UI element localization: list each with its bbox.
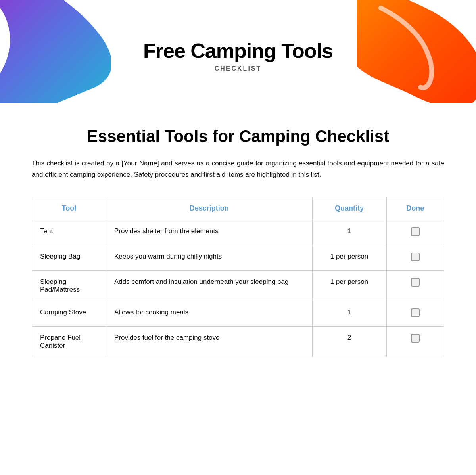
checkbox[interactable] (411, 308, 420, 317)
header-row: Tool Description Quantity Done (32, 197, 444, 220)
cell-quantity: 1 per person (312, 245, 386, 270)
checkbox[interactable] (411, 278, 420, 287)
cell-done[interactable] (386, 220, 444, 245)
left-blob-decoration (0, 0, 111, 103)
table-row: Tent Provides shelter from the elements … (32, 220, 444, 245)
cell-description: Adds comfort and insulation underneath y… (106, 270, 313, 301)
table-row: Sleeping Bag Keeps you warm during chill… (32, 245, 444, 270)
col-header-done: Done (386, 197, 444, 220)
table-row: Propane Fuel Canister Provides fuel for … (32, 326, 444, 357)
checkbox[interactable] (411, 227, 420, 236)
checkbox[interactable] (411, 253, 420, 261)
main-content: Essential Tools for Camping Checklist Th… (0, 111, 476, 381)
table-row: Camping Stove Allows for cooking meals 1 (32, 301, 444, 326)
cell-description: Keeps you warm during chilly nights (106, 245, 313, 270)
header: Free Camping Tools CHECKLIST (0, 0, 476, 111)
cell-quantity: 1 (312, 220, 386, 245)
cell-tool: Propane Fuel Canister (32, 326, 106, 357)
header-title: Free Camping Tools (143, 39, 333, 63)
cell-quantity: 1 per person (312, 270, 386, 301)
cell-tool: Camping Stove (32, 301, 106, 326)
cell-done[interactable] (386, 270, 444, 301)
checklist-table: Tool Description Quantity Done Tent Prov… (32, 197, 444, 357)
cell-quantity: 2 (312, 326, 386, 357)
cell-description: Provides fuel for the camping stove (106, 326, 313, 357)
col-header-tool: Tool (32, 197, 106, 220)
cell-done[interactable] (386, 245, 444, 270)
header-subtitle: CHECKLIST (215, 65, 262, 72)
col-header-quantity: Quantity (312, 197, 386, 220)
cell-tool: Tent (32, 220, 106, 245)
table-row: Sleeping Pad/Mattress Adds comfort and i… (32, 270, 444, 301)
table-body: Tent Provides shelter from the elements … (32, 220, 444, 357)
cell-done[interactable] (386, 301, 444, 326)
intro-paragraph: This checklist is created by a [Your Nam… (32, 158, 444, 181)
col-header-description: Description (106, 197, 313, 220)
cell-description: Provides shelter from the elements (106, 220, 313, 245)
checkbox[interactable] (411, 334, 420, 343)
right-blob-decoration (357, 0, 476, 103)
cell-tool: Sleeping Bag (32, 245, 106, 270)
cell-tool: Sleeping Pad/Mattress (32, 270, 106, 301)
section-title: Essential Tools for Camping Checklist (32, 127, 444, 146)
cell-done[interactable] (386, 326, 444, 357)
cell-description: Allows for cooking meals (106, 301, 313, 326)
cell-quantity: 1 (312, 301, 386, 326)
table-header: Tool Description Quantity Done (32, 197, 444, 220)
